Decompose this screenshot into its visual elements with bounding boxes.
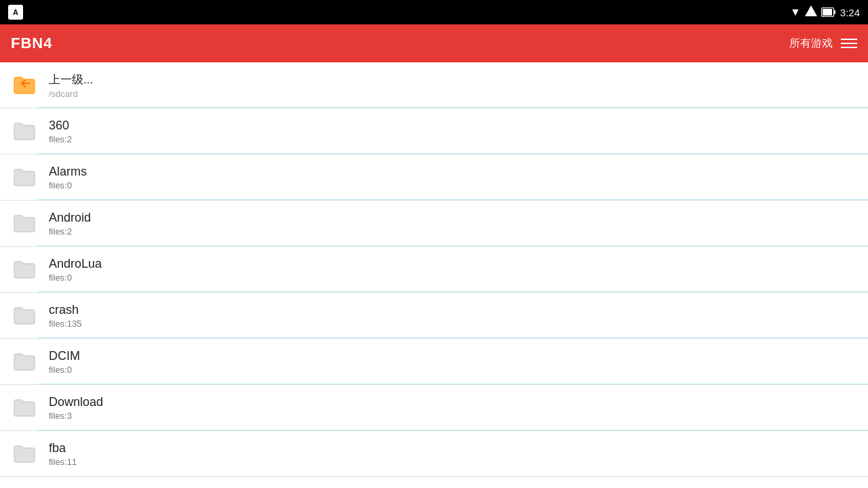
parent-folder-name: 上一级... [49,72,93,87]
list-item[interactable]: DCIM files:0 [0,339,868,385]
status-bar: A ▼ 3:24 [0,0,868,24]
file-info: Alarms files:0 [49,165,87,190]
parent-folder-path: /sdcard [49,89,93,99]
folder-icon [11,256,38,283]
file-name: 360 [49,119,72,133]
file-info: 360 files:2 [49,119,72,144]
folder-icon [11,348,38,375]
svg-marker-0 [805,5,817,16]
file-info: crash files:135 [49,303,81,329]
file-meta: files:0 [49,272,102,283]
status-bar-left: A [8,5,23,20]
file-name: Download [49,395,103,409]
list-item[interactable]: 360 files:2 [0,108,868,155]
file-name: Android [49,211,91,225]
status-bar-right: ▼ 3:24 [790,5,860,19]
file-info: Download files:3 [49,395,103,421]
parent-folder-icon [11,72,38,99]
file-name: AndroLua [49,257,102,271]
list-item[interactable]: Android files:2 [0,201,868,247]
file-meta: files:2 [49,226,91,237]
list-item[interactable]: AndroLua files:0 [0,247,868,293]
list-item[interactable]: fba files:11 [0,431,868,477]
file-meta: files:2 [49,134,72,144]
file-meta: files:0 [49,180,87,190]
menu-icon[interactable] [841,39,857,48]
folder-icon [11,302,38,329]
file-list: 上一级... /sdcard 360 files:2 Alarms f [0,62,868,488]
file-meta: files:0 [49,365,80,375]
file-info: AndroLua files:0 [49,257,102,283]
file-info: DCIM files:0 [49,349,80,375]
file-info: Android files:2 [49,211,91,237]
file-name: fba [49,441,77,455]
wifi-icon: ▼ [790,6,801,18]
svg-rect-2 [823,9,832,16]
parent-folder-info: 上一级... /sdcard [49,72,93,99]
folder-list: 360 files:2 Alarms files:0 Android f [0,108,868,477]
file-info: fba files:11 [49,441,77,467]
app-bar-right: 所有游戏 [789,37,857,51]
signal-icon [805,5,817,19]
folder-icon [11,441,38,468]
list-item[interactable]: Alarms files:0 [0,155,868,201]
file-name: crash [49,303,81,317]
battery-icon [821,7,836,17]
folder-icon [11,210,38,237]
list-item[interactable]: Download files:3 [0,385,868,431]
file-meta: files:135 [49,319,81,329]
list-item[interactable]: crash files:135 [0,293,868,339]
file-name: Alarms [49,165,87,179]
folder-icon [11,394,38,422]
file-meta: files:11 [49,457,77,467]
file-meta: files:3 [49,411,103,421]
app-bar: FBN4 所有游戏 [0,24,868,62]
parent-folder-item[interactable]: 上一级... /sdcard [0,62,868,108]
app-title: FBN4 [11,35,52,52]
folder-icon [11,118,38,145]
clock: 3:24 [840,7,860,18]
folder-icon [11,164,38,191]
all-games-label[interactable]: 所有游戏 [789,37,833,51]
svg-rect-3 [834,10,835,14]
file-name: DCIM [49,349,80,363]
android-logo: A [8,5,23,20]
